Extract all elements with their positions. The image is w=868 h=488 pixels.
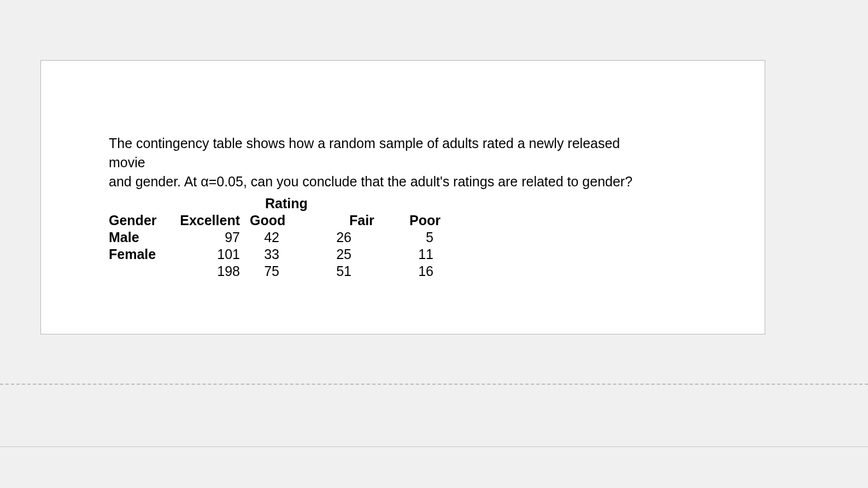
cell-value: 5 (393, 230, 464, 245)
cell-value: 33 (240, 246, 322, 262)
page-divider-dashed (0, 384, 868, 385)
cell-value: 51 (322, 263, 393, 279)
header-fair: Fair (322, 213, 393, 228)
question-text: The contingency table shows how a random… (109, 134, 655, 191)
table-title: Rating (265, 196, 655, 211)
cell-value: 16 (393, 263, 464, 279)
cell-value: 25 (322, 246, 393, 262)
header-excellent: Excellent (174, 213, 240, 228)
cell-value: 26 (322, 230, 393, 245)
table-header-row: Gender Excellent Good Fair Poor (109, 213, 655, 228)
cell-gender-female: Female (109, 246, 174, 262)
question-line-2: and gender. At α=0.05, can you conclude … (109, 174, 632, 189)
header-poor: Poor (393, 213, 464, 228)
cell-value: 198 (174, 263, 240, 279)
cell-gender-male: Male (109, 230, 174, 245)
cell-value: 97 (174, 230, 240, 245)
cell-value: 11 (393, 246, 464, 262)
cell-value: 101 (174, 246, 240, 262)
content-area: The contingency table shows how a random… (109, 134, 655, 280)
table-row: Male 97 42 26 5 (109, 230, 655, 245)
slide-frame: The contingency table shows how a random… (40, 60, 765, 334)
table-row: Female 101 33 25 11 (109, 246, 655, 262)
header-good: Good (240, 213, 322, 228)
table-row: 198 75 51 16 (109, 263, 655, 279)
contingency-table: Rating Gender Excellent Good Fair Poor M… (109, 196, 655, 279)
question-line-1: The contingency table shows how a random… (109, 136, 620, 170)
page-divider-solid (0, 446, 868, 447)
cell-value: 75 (240, 263, 322, 279)
header-gender: Gender (109, 213, 174, 228)
cell-value: 42 (240, 230, 322, 245)
